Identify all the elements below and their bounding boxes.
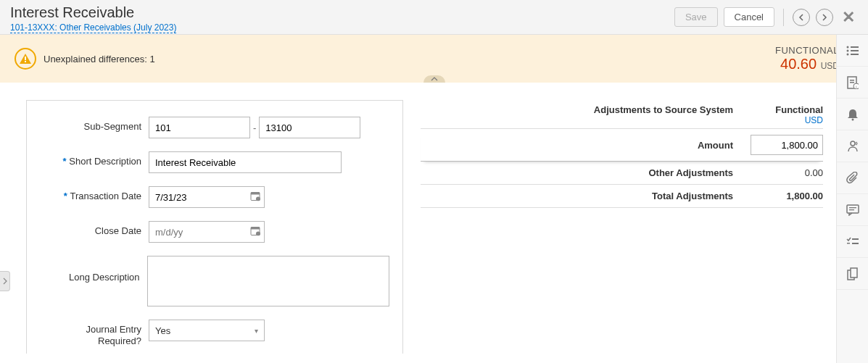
close-date-label: Close Date: [40, 221, 149, 236]
chevron-down-icon: ▾: [255, 327, 258, 335]
details-form: Sub-Segment - Short Description Transact…: [26, 100, 403, 354]
svg-rect-11: [851, 50, 859, 51]
chevron-right-icon: [822, 14, 827, 21]
page-subtitle-link[interactable]: 101-13XXX: Other Receivables (July 2023): [10, 22, 176, 33]
warning-icon: [15, 48, 36, 70]
transaction-date-label: Transaction Date: [40, 186, 149, 201]
short-description-label: Short Description: [40, 151, 149, 167]
close-date-input[interactable]: [149, 221, 265, 243]
svg-point-8: [846, 46, 848, 48]
svg-rect-23: [849, 209, 854, 210]
total-adjustments-value: 1,800.00: [751, 191, 823, 201]
main-content: Sub-Segment - Short Description Transact…: [0, 83, 868, 354]
chevron-left-icon: [798, 14, 804, 21]
svg-point-7: [256, 232, 260, 236]
close-button[interactable]: ✕: [839, 8, 858, 27]
je-required-value: Yes: [155, 325, 170, 336]
svg-point-19: [851, 118, 853, 120]
svg-rect-16: [850, 82, 854, 83]
svg-rect-15: [850, 80, 854, 81]
adjustments-panel: Adjustments to Source System Functional …: [421, 100, 823, 208]
subsegment-a-input[interactable]: [149, 117, 250, 138]
svg-rect-21: [847, 205, 859, 213]
svg-rect-1: [25, 61, 26, 62]
svg-rect-27: [847, 243, 850, 244]
warning-message: Unexplained differences: 1: [44, 54, 155, 64]
functional-col-ccy: USD: [751, 115, 823, 125]
svg-rect-22: [849, 207, 856, 208]
functional-value: 40.60 USD: [775, 56, 839, 72]
next-button[interactable]: [816, 9, 833, 26]
subsegment-label: Sub-Segment: [40, 117, 149, 132]
short-description-input[interactable]: [149, 151, 342, 173]
calendar-icon[interactable]: [250, 226, 260, 238]
rail-checklist-icon[interactable]: [837, 226, 869, 258]
rail-list-icon[interactable]: [837, 35, 869, 67]
cancel-button[interactable]: Cancel: [724, 7, 774, 27]
rail-comment-icon[interactable]: [837, 194, 869, 226]
rail-document-icon[interactable]: i: [837, 67, 869, 99]
other-adjustments-value: 0.00: [751, 167, 823, 178]
separator: [783, 9, 784, 26]
svg-rect-3: [251, 193, 260, 195]
subsegment-dash: -: [253, 122, 256, 133]
je-required-select[interactable]: Yes ▾: [149, 320, 265, 341]
page-title: Interest Receivable: [10, 4, 176, 21]
svg-rect-6: [251, 228, 260, 230]
chevron-right-icon: [3, 278, 7, 285]
chevron-up-icon: [431, 77, 438, 81]
svg-rect-29: [851, 268, 857, 278]
amount-label: Amount: [421, 140, 751, 151]
long-description-label: Long Description: [40, 256, 147, 283]
rail-attachment-icon[interactable]: [837, 162, 869, 194]
svg-point-12: [846, 53, 848, 55]
warning-banner: Unexplained differences: 1 FUNCTIONAL 40…: [0, 35, 868, 83]
svg-rect-0: [25, 57, 26, 60]
save-button[interactable]: Save: [674, 7, 718, 27]
rail-copy-icon[interactable]: [837, 258, 869, 290]
adjustments-header: Adjustments to Source System: [421, 104, 751, 125]
prev-button[interactable]: [793, 9, 810, 26]
total-adjustments-label: Total Adjustments: [421, 191, 751, 201]
functional-col-header: Functional: [751, 104, 823, 115]
other-adjustments-label: Other Adjustments: [421, 167, 751, 178]
svg-point-10: [846, 49, 848, 51]
rail-bell-icon[interactable]: [837, 99, 869, 130]
expand-sidebar-handle[interactable]: [0, 271, 10, 291]
svg-rect-26: [852, 243, 859, 244]
functional-label: FUNCTIONAL: [775, 45, 839, 56]
svg-rect-9: [851, 46, 859, 48]
subsegment-b-input[interactable]: [259, 117, 360, 138]
calendar-icon[interactable]: [250, 191, 260, 204]
page-header: Interest Receivable 101-13XXX: Other Rec…: [0, 0, 868, 35]
svg-text:i: i: [856, 85, 856, 89]
svg-rect-24: [852, 238, 859, 240]
amount-input[interactable]: [751, 135, 823, 155]
banner-collapse-handle[interactable]: [423, 75, 445, 83]
functional-amount: 40.60: [780, 56, 817, 72]
je-required-label: Journal Entry Required?: [40, 320, 149, 346]
svg-point-20: [851, 141, 855, 146]
long-description-input[interactable]: [147, 256, 389, 306]
rail-user-icon[interactable]: [837, 130, 869, 162]
side-rail: i: [836, 35, 868, 363]
transaction-date-input[interactable]: [149, 186, 265, 208]
svg-point-4: [256, 197, 260, 201]
svg-rect-13: [851, 54, 859, 55]
